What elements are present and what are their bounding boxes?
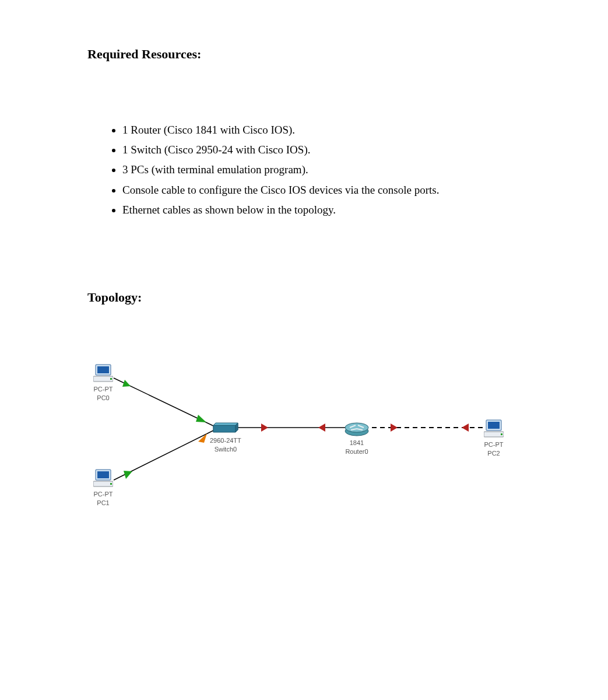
topology-diagram: PC-PT PC0 PC-PT PC1 (87, 352, 521, 527)
svg-marker-7 (261, 424, 268, 432)
pc-icon (93, 363, 113, 383)
svg-rect-14 (93, 376, 113, 382)
node-pc0: PC-PT PC0 (93, 363, 113, 402)
resource-item: Console cable to configure the Cisco IOS… (122, 180, 521, 200)
svg-line-0 (114, 378, 215, 426)
node-model: 2960-24TT (210, 437, 241, 444)
topology-links (87, 352, 521, 527)
svg-rect-32 (484, 432, 504, 437)
switch-icon (212, 422, 239, 435)
node-model: PC-PT (93, 386, 113, 393)
document-page: Required Resources: 1 Router (Cisco 1841… (0, 0, 608, 527)
svg-marker-4 (124, 471, 132, 479)
svg-rect-15 (110, 378, 112, 380)
resource-item: 3 PCs (with terminal emulation program). (122, 160, 521, 180)
svg-marker-5 (198, 433, 207, 443)
node-name: PC0 (93, 394, 113, 402)
pc-icon (484, 419, 504, 439)
resource-item: Ethernet cables as shown below in the to… (122, 200, 521, 220)
svg-rect-19 (110, 483, 112, 485)
svg-marker-21 (213, 425, 236, 432)
svg-marker-11 (462, 424, 469, 432)
required-resources-heading: Required Resources: (87, 47, 521, 62)
resource-item: 1 Router (Cisco 1841 with Cisco IOS). (122, 120, 521, 140)
node-model: PC-PT (484, 441, 504, 449)
node-model: 1841 (344, 439, 370, 447)
node-name: Switch0 (210, 446, 241, 453)
svg-rect-31 (488, 422, 500, 429)
svg-rect-13 (97, 366, 109, 373)
topology-heading: Topology: (87, 290, 521, 305)
node-name: Router0 (344, 448, 370, 456)
resource-item: 1 Switch (Cisco 2950-24 with Cisco IOS). (122, 140, 521, 160)
svg-marker-8 (318, 424, 325, 432)
node-router0: 1841 Router0 (344, 422, 370, 456)
router-icon (344, 422, 370, 437)
node-pc2: PC-PT PC2 (484, 419, 504, 457)
svg-rect-33 (501, 433, 502, 435)
svg-marker-1 (122, 380, 131, 387)
node-pc1: PC-PT PC1 (93, 468, 113, 507)
node-switch0: 2960-24TT Switch0 (210, 422, 241, 453)
svg-rect-17 (97, 471, 109, 478)
svg-point-25 (345, 423, 368, 432)
svg-marker-10 (391, 424, 398, 432)
required-resources-list: 1 Router (Cisco 1841 with Cisco IOS). 1 … (87, 120, 521, 220)
svg-rect-18 (93, 481, 113, 487)
node-model: PC-PT (93, 491, 113, 498)
node-name: PC2 (484, 450, 504, 457)
pc-icon (93, 468, 113, 488)
svg-line-3 (114, 430, 215, 480)
svg-marker-2 (196, 415, 206, 422)
svg-marker-23 (213, 423, 238, 425)
node-name: PC1 (93, 499, 113, 507)
